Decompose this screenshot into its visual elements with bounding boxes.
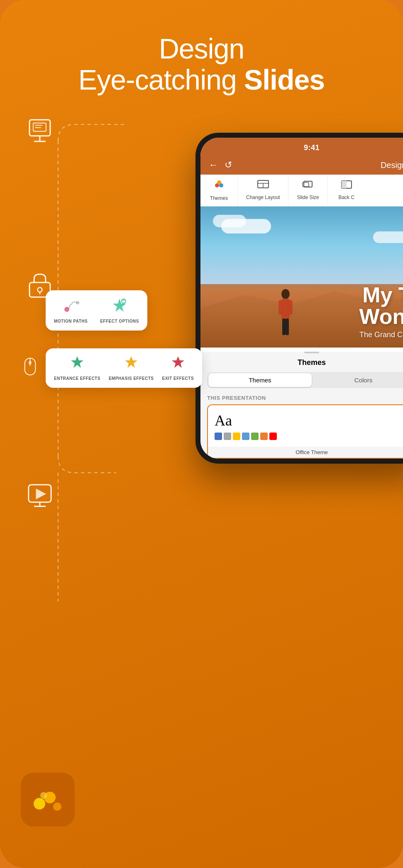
mouse-icon-container xyxy=(19,357,42,381)
svg-marker-48 xyxy=(172,356,184,368)
theme-item-office[interactable]: Aa Office Theme xyxy=(207,404,403,459)
exit-effects-icon xyxy=(170,355,186,373)
motion-paths-icon xyxy=(63,297,79,316)
svg-marker-47 xyxy=(125,356,137,368)
title-line2-normal: Eye-catching xyxy=(78,64,244,95)
entrance-label: ENTRANCE EFFECTS xyxy=(54,376,100,381)
menu-item-layout[interactable]: Change Layout xyxy=(238,175,288,206)
title-line1: Design xyxy=(159,33,244,64)
color-red xyxy=(269,433,277,440)
sheet-title: Themes xyxy=(200,353,403,372)
svg-point-25 xyxy=(217,180,221,185)
theme-colors xyxy=(215,433,403,440)
svg-rect-32 xyxy=(342,181,347,188)
slide-subtitle: The Grand Canyo xyxy=(359,331,403,339)
page-wrapper: Design Eye-catching Slides xyxy=(0,0,403,868)
cloud2 xyxy=(221,219,271,233)
slide-background: My Tr Wond The Grand Canyo xyxy=(200,207,403,348)
phone-screen: 9:41 ← ↺ Design ▼ xyxy=(200,138,403,459)
exit-label: EXIT EFFECTS xyxy=(162,376,194,381)
svg-rect-37 xyxy=(282,319,286,335)
animation-card-bottom: ENTRANCE EFFECTS EMPHASIS EFFECTS EXIT E… xyxy=(46,348,202,388)
status-bar: 9:41 xyxy=(200,138,403,156)
title-line2-bold: Slides xyxy=(244,64,325,95)
svg-point-19 xyxy=(34,798,45,810)
play-feature-icon xyxy=(25,481,55,513)
svg-point-40 xyxy=(76,301,79,304)
phone-frame: 9:41 ← ↺ Design ▼ xyxy=(195,133,403,464)
emphasis-effects-icon xyxy=(123,355,139,373)
back-button[interactable]: ← xyxy=(209,160,218,170)
entrance-effects-item: ENTRANCE EFFECTS xyxy=(54,355,100,381)
header-section: Design Eye-catching Slides xyxy=(0,0,403,112)
undo-button[interactable]: ↺ xyxy=(225,160,232,170)
svg-point-33 xyxy=(281,289,290,299)
menu-item-size[interactable]: Slide Size xyxy=(288,175,327,206)
svg-marker-16 xyxy=(37,489,45,498)
person-silhouette xyxy=(275,288,296,339)
app-toolbar: ← ↺ Design ▼ xyxy=(200,156,403,175)
theme-aa-text: Aa xyxy=(215,412,403,429)
svg-rect-6 xyxy=(33,123,46,131)
size-label: Slide Size xyxy=(297,195,319,200)
effect-options-icon xyxy=(111,297,128,316)
svg-rect-38 xyxy=(286,319,289,335)
effect-options-item: EFFECT OPTIONS xyxy=(100,297,139,324)
svg-line-43 xyxy=(122,300,123,301)
themes-label: Themes xyxy=(210,195,228,201)
slide-preview: My Tr Wond The Grand Canyo xyxy=(200,207,403,348)
svg-point-10 xyxy=(37,287,42,292)
color-orange xyxy=(260,433,268,440)
svg-marker-46 xyxy=(71,356,83,368)
theme-name: Office Theme xyxy=(208,447,403,458)
cloud3 xyxy=(373,231,403,243)
color-yellow xyxy=(233,433,240,440)
svg-rect-36 xyxy=(288,300,293,315)
themes-icon xyxy=(213,180,225,193)
svg-rect-29 xyxy=(304,181,312,187)
toolbar-title-text: Design xyxy=(381,160,403,170)
app-icon-bottom xyxy=(21,773,75,827)
tab-themes[interactable]: Themes xyxy=(208,373,312,387)
animation-card-top: MOTION PATHS EFFECT OPTIONS xyxy=(46,290,147,331)
layout-label: Change Layout xyxy=(246,195,280,200)
color-gray xyxy=(224,433,231,440)
layout-icon xyxy=(257,180,269,192)
header-title: Design Eye-catching Slides xyxy=(25,33,378,95)
section-label: THIS PRESENTATION xyxy=(200,395,403,404)
emphasis-effects-item: EMPHASIS EFFECTS xyxy=(109,355,154,381)
toolbar-left: ← ↺ xyxy=(209,160,232,170)
svg-rect-35 xyxy=(278,300,283,315)
svg-point-22 xyxy=(40,792,47,799)
presentation-feature-icon xyxy=(25,116,55,148)
svg-point-21 xyxy=(53,802,61,811)
slide-title-line1: My Tr xyxy=(362,283,403,307)
exit-effects-item: EXIT EFFECTS xyxy=(162,355,194,381)
color-green xyxy=(251,433,259,440)
svg-line-45 xyxy=(124,300,125,301)
status-time: 9:41 xyxy=(304,143,320,152)
color-lightblue xyxy=(242,433,249,440)
slide-title-line2: Wond xyxy=(359,304,403,328)
emphasis-label: EMPHASIS EFFECTS xyxy=(109,376,154,381)
sheet-tabs: Themes Colors xyxy=(207,372,403,388)
color-blue xyxy=(215,433,222,440)
slide-main-title: My Tr Wond xyxy=(359,284,403,327)
background-icon xyxy=(340,180,353,192)
menu-item-background[interactable]: Back C xyxy=(328,175,365,206)
slide-text-overlay: My Tr Wond The Grand Canyo xyxy=(359,284,403,339)
theme-preview: Aa xyxy=(208,405,403,447)
phone-mockup: 9:41 ← ↺ Design ▼ xyxy=(195,133,403,464)
size-icon xyxy=(302,180,314,192)
menu-item-themes[interactable]: Themes xyxy=(200,175,238,206)
bottom-sheet: Themes Themes Colors THIS PRESENTATION A… xyxy=(200,352,403,459)
svg-point-14 xyxy=(29,362,32,364)
effect-options-label: EFFECT OPTIONS xyxy=(100,319,139,324)
motion-paths-item: MOTION PATHS xyxy=(54,297,88,324)
motion-paths-label: MOTION PATHS xyxy=(54,319,88,324)
toolbar-title: Design ▼ xyxy=(381,160,403,170)
tab-colors[interactable]: Colors xyxy=(312,373,403,387)
entrance-effects-icon xyxy=(69,355,85,373)
background-label: Back C xyxy=(338,195,354,200)
menu-bar: Themes Change Layout xyxy=(200,175,403,207)
